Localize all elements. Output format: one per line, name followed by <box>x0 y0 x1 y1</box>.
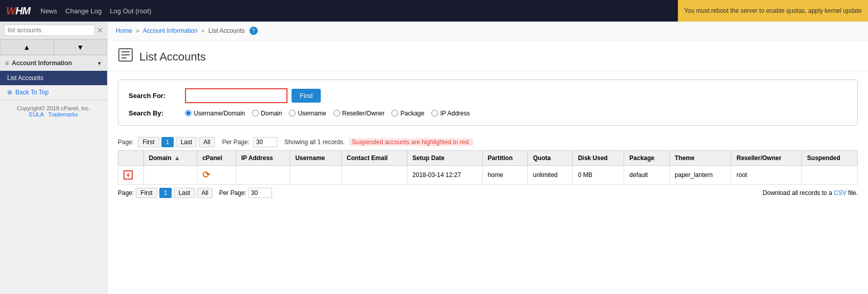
radio-ip-address-label: IP Address <box>440 110 470 117</box>
sidebar-trademarks-link[interactable]: Trademarks <box>48 111 78 117</box>
records-info: Showing all 1 records. <box>284 139 345 146</box>
first-page-button-top[interactable]: First <box>138 137 159 147</box>
radio-username-domain[interactable]: Username/Domain <box>185 110 245 117</box>
cell-expand[interactable]: + <box>118 166 144 185</box>
sidebar: ✕ ▲ ▼ ≡ Account Information ▼ List Accou… <box>0 22 108 294</box>
sidebar-nav-down-button[interactable]: ▼ <box>54 40 108 55</box>
table-header: Domain ▲ cPanel IP Address Username Cont… <box>118 151 858 166</box>
col-username: Username <box>290 151 341 166</box>
table-body: + ⟳ 2018-03-14 12:27 home unlimited 0 MB <box>118 166 858 185</box>
radio-username[interactable]: Username <box>289 110 326 117</box>
table-row: + ⟳ 2018-03-14 12:27 home unlimited 0 MB <box>118 166 858 185</box>
cell-cpanel[interactable]: ⟳ <box>197 166 236 185</box>
last-page-button-bottom[interactable]: Last <box>174 188 195 198</box>
col-contact-email: Contact Email <box>341 151 407 166</box>
col-disk-used: Disk Used <box>572 151 624 166</box>
radio-domain[interactable]: Domain <box>252 110 282 117</box>
col-partition: Partition <box>482 151 527 166</box>
search-panel: Search For: Find Search By: Username/Dom… <box>118 80 858 126</box>
sidebar-item-back-to-top[interactable]: ⊕ Back To Top <box>0 85 107 100</box>
nav-changelog[interactable]: Change Log <box>66 7 102 15</box>
main-content: Home » Account Information » List Accoun… <box>108 22 868 294</box>
radio-username-domain-label: Username/Domain <box>194 110 245 117</box>
col-ip: IP Address <box>236 151 290 166</box>
all-page-button-top[interactable]: All <box>199 137 215 147</box>
radio-username-domain-input[interactable] <box>185 110 192 116</box>
search-for-label: Search For: <box>129 92 185 100</box>
cell-reseller-owner: root <box>731 166 802 185</box>
radio-reseller-owner-input[interactable] <box>334 110 340 116</box>
search-for-row: Search For: Find <box>129 88 847 103</box>
all-page-button-bottom[interactable]: All <box>197 188 213 198</box>
per-page-input-bottom[interactable] <box>249 188 272 198</box>
sidebar-search-clear-button[interactable]: ✕ <box>97 26 103 34</box>
sidebar-section-label: Account Information <box>12 60 72 67</box>
radio-username-label: Username <box>298 110 326 117</box>
page-title: List Accounts <box>139 50 206 64</box>
list-accounts-icon <box>118 48 133 66</box>
cell-disk-used: 0 MB <box>572 166 624 185</box>
radio-domain-input[interactable] <box>252 110 259 116</box>
col-cpanel: cPanel <box>197 151 236 166</box>
cpanel-icon[interactable]: ⟳ <box>202 170 210 180</box>
accounts-table: Domain ▲ cPanel IP Address Username Cont… <box>118 150 858 185</box>
radio-ip-address-input[interactable] <box>431 110 438 116</box>
col-quota: Quota <box>528 151 573 166</box>
whm-logo: WHM <box>6 5 30 17</box>
radio-package-input[interactable] <box>391 110 398 116</box>
first-page-button-bottom[interactable]: First <box>136 188 157 198</box>
radio-package-label: Package <box>400 110 424 117</box>
top-nav-links: News Change Log Log Out (root) <box>40 7 151 15</box>
col-expand <box>118 151 144 166</box>
csv-download: Download all records to a CSV file. <box>763 189 858 197</box>
bottom-pagination: Page: First 1 Last All Per Page: <box>118 188 272 198</box>
sidebar-search-area: ✕ <box>0 22 107 40</box>
help-icon[interactable]: ? <box>250 27 258 35</box>
page-label-top: Page: <box>118 139 134 146</box>
current-page-button-bottom[interactable]: 1 <box>159 188 172 198</box>
breadcrumb-section[interactable]: Account Information <box>143 27 198 34</box>
search-by-label: Search By: <box>129 109 185 117</box>
col-setup-date: Setup Date <box>407 151 482 166</box>
col-domain[interactable]: Domain ▲ <box>143 151 197 166</box>
sidebar-section-account-info: ≡ Account Information ▼ List Accounts ⊕ … <box>0 55 107 100</box>
cell-partition: home <box>482 166 527 185</box>
sidebar-item-list-accounts[interactable]: List Accounts <box>0 71 107 85</box>
expand-button[interactable]: + <box>123 170 133 180</box>
radio-reseller-owner-label: Reseller/Owner <box>342 110 385 117</box>
sidebar-eula-link[interactable]: EULA <box>29 111 44 117</box>
per-page-input-top[interactable] <box>254 137 277 147</box>
sidebar-search-input[interactable] <box>4 25 95 36</box>
layout: ✕ ▲ ▼ ≡ Account Information ▼ List Accou… <box>0 22 868 294</box>
breadcrumb-sep-1: » <box>136 27 139 34</box>
csv-link[interactable]: CSV <box>834 189 846 197</box>
top-nav: WHM News Change Log Log Out (root) You m… <box>0 0 868 22</box>
domain-sort-icon: ▲ <box>174 154 180 162</box>
cell-username <box>290 166 341 185</box>
breadcrumb-home[interactable]: Home <box>116 27 132 34</box>
page-header: List Accounts <box>108 41 868 71</box>
search-by-radio-group: Username/Domain Domain Username Reseller… <box>185 110 470 117</box>
find-button[interactable]: Find <box>292 89 321 103</box>
cell-domain <box>143 166 197 185</box>
col-reseller-owner: Reseller/Owner <box>731 151 802 166</box>
last-page-button-top[interactable]: Last <box>176 137 197 147</box>
per-page-label-top: Per Page: <box>222 139 249 146</box>
search-input[interactable] <box>185 88 287 103</box>
back-to-top-icon: ⊕ <box>7 89 12 96</box>
col-suspended: Suspended <box>802 151 858 166</box>
nav-logout[interactable]: Log Out (root) <box>110 7 151 15</box>
radio-ip-address[interactable]: IP Address <box>431 110 470 117</box>
radio-package[interactable]: Package <box>391 110 424 117</box>
nav-news[interactable]: News <box>40 7 57 15</box>
col-package: Package <box>624 151 670 166</box>
radio-username-input[interactable] <box>289 110 296 116</box>
chevron-down-icon: ▼ <box>97 61 102 66</box>
sidebar-footer: Copyright© 2018 cPanel, Inc. EULA Tradem… <box>0 100 107 123</box>
breadcrumb: Home » Account Information » List Accoun… <box>108 22 868 41</box>
sidebar-section-header[interactable]: ≡ Account Information ▼ <box>0 55 107 71</box>
radio-reseller-owner[interactable]: Reseller/Owner <box>334 110 385 117</box>
cell-package: default <box>624 166 670 185</box>
sidebar-nav-up-button[interactable]: ▲ <box>0 40 54 55</box>
current-page-button-top[interactable]: 1 <box>161 137 174 147</box>
